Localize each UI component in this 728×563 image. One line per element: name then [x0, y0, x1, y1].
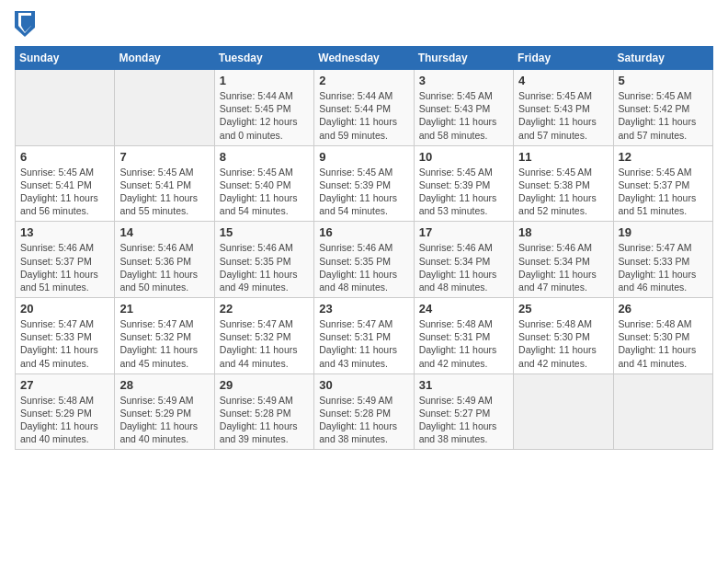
day-detail: Sunrise: 5:46 AMSunset: 5:37 PMDaylight:…: [20, 241, 109, 293]
day-detail: Sunrise: 5:47 AMSunset: 5:32 PMDaylight:…: [119, 317, 209, 370]
calendar-cell: 18Sunrise: 5:46 AMSunset: 5:34 PMDayligh…: [514, 222, 613, 298]
calendar-cell: 10Sunrise: 5:45 AMSunset: 5:39 PMDayligh…: [414, 145, 513, 222]
weekday-header-thursday: Thursday: [414, 47, 513, 70]
day-detail: Sunrise: 5:45 AMSunset: 5:37 PMDaylight:…: [619, 166, 708, 218]
day-detail: Sunrise: 5:48 AMSunset: 5:29 PMDaylight:…: [20, 394, 109, 446]
day-detail: Sunrise: 5:49 AMSunset: 5:27 PMDaylight:…: [419, 394, 508, 446]
calendar-week-1: 1Sunrise: 5:44 AMSunset: 5:45 PMDaylight…: [16, 70, 713, 146]
day-number: 21: [119, 302, 209, 316]
day-number: 9: [319, 150, 408, 164]
calendar-cell: 28Sunrise: 5:49 AMSunset: 5:29 PMDayligh…: [115, 373, 214, 450]
calendar-cell: 6Sunrise: 5:45 AMSunset: 5:41 PMDaylight…: [16, 145, 115, 222]
day-number: 6: [20, 150, 109, 164]
day-number: 11: [518, 150, 608, 164]
day-detail: Sunrise: 5:47 AMSunset: 5:31 PMDaylight:…: [319, 317, 408, 370]
day-number: 26: [619, 302, 708, 316]
calendar-cell: 23Sunrise: 5:47 AMSunset: 5:31 PMDayligh…: [314, 298, 414, 374]
day-detail: Sunrise: 5:47 AMSunset: 5:33 PMDaylight:…: [619, 241, 708, 293]
calendar-cell: 27Sunrise: 5:48 AMSunset: 5:29 PMDayligh…: [16, 373, 115, 450]
day-number: 25: [518, 302, 608, 316]
calendar-week-4: 20Sunrise: 5:47 AMSunset: 5:33 PMDayligh…: [16, 298, 713, 374]
calendar-cell: 21Sunrise: 5:47 AMSunset: 5:32 PMDayligh…: [115, 298, 214, 374]
day-detail: Sunrise: 5:46 AMSunset: 5:36 PMDaylight:…: [119, 241, 209, 293]
day-number: 3: [419, 74, 508, 87]
calendar-cell: 1Sunrise: 5:44 AMSunset: 5:45 PMDaylight…: [214, 70, 313, 146]
day-detail: Sunrise: 5:48 AMSunset: 5:30 PMDaylight:…: [518, 317, 608, 370]
day-detail: Sunrise: 5:45 AMSunset: 5:43 PMDaylight:…: [419, 89, 508, 142]
day-number: 29: [220, 378, 309, 392]
day-detail: Sunrise: 5:45 AMSunset: 5:39 PMDaylight:…: [419, 166, 508, 218]
day-number: 22: [220, 302, 309, 316]
weekday-header-wednesday: Wednesday: [314, 47, 414, 70]
day-detail: Sunrise: 5:45 AMSunset: 5:41 PMDaylight:…: [119, 166, 209, 218]
day-detail: Sunrise: 5:47 AMSunset: 5:33 PMDaylight:…: [20, 317, 109, 370]
day-number: 28: [119, 378, 209, 392]
day-number: 31: [419, 378, 508, 392]
calendar-cell: 13Sunrise: 5:46 AMSunset: 5:37 PMDayligh…: [16, 222, 115, 298]
day-detail: Sunrise: 5:45 AMSunset: 5:38 PMDaylight:…: [518, 166, 608, 218]
day-number: 24: [419, 302, 508, 316]
day-number: 13: [20, 225, 109, 239]
calendar-cell: 31Sunrise: 5:49 AMSunset: 5:27 PMDayligh…: [414, 373, 513, 450]
day-detail: Sunrise: 5:49 AMSunset: 5:28 PMDaylight:…: [319, 394, 408, 446]
logo: [15, 15, 37, 37]
calendar-cell: 4Sunrise: 5:45 AMSunset: 5:43 PMDaylight…: [514, 70, 613, 146]
day-detail: Sunrise: 5:46 AMSunset: 5:35 PMDaylight:…: [319, 241, 408, 293]
day-detail: Sunrise: 5:45 AMSunset: 5:40 PMDaylight:…: [220, 166, 309, 218]
logo-icon: [15, 11, 35, 37]
day-detail: Sunrise: 5:45 AMSunset: 5:43 PMDaylight:…: [518, 89, 608, 142]
weekday-header-monday: Monday: [115, 47, 214, 70]
calendar-cell: 15Sunrise: 5:46 AMSunset: 5:35 PMDayligh…: [214, 222, 313, 298]
calendar-cell: 20Sunrise: 5:47 AMSunset: 5:33 PMDayligh…: [16, 298, 115, 374]
calendar-week-2: 6Sunrise: 5:45 AMSunset: 5:41 PMDaylight…: [16, 145, 713, 222]
day-detail: Sunrise: 5:49 AMSunset: 5:29 PMDaylight:…: [119, 394, 209, 446]
day-detail: Sunrise: 5:46 AMSunset: 5:34 PMDaylight:…: [419, 241, 508, 293]
calendar-cell: [613, 373, 712, 450]
calendar-week-3: 13Sunrise: 5:46 AMSunset: 5:37 PMDayligh…: [16, 222, 713, 298]
weekday-header-row: SundayMondayTuesdayWednesdayThursdayFrid…: [16, 47, 713, 70]
day-number: 14: [119, 225, 209, 239]
page-container: SundayMondayTuesdayWednesdayThursdayFrid…: [0, 0, 728, 459]
day-number: 4: [518, 74, 608, 87]
calendar-cell: 2Sunrise: 5:44 AMSunset: 5:44 PMDaylight…: [314, 70, 414, 146]
day-detail: Sunrise: 5:44 AMSunset: 5:44 PMDaylight:…: [319, 89, 408, 142]
day-number: 5: [619, 74, 708, 87]
calendar-body: 1Sunrise: 5:44 AMSunset: 5:45 PMDaylight…: [16, 70, 713, 450]
day-number: 30: [319, 378, 408, 392]
day-detail: Sunrise: 5:45 AMSunset: 5:39 PMDaylight:…: [319, 166, 408, 218]
calendar-cell: 12Sunrise: 5:45 AMSunset: 5:37 PMDayligh…: [613, 145, 712, 222]
calendar-cell: 22Sunrise: 5:47 AMSunset: 5:32 PMDayligh…: [214, 298, 313, 374]
weekday-header-friday: Friday: [514, 47, 613, 70]
day-detail: Sunrise: 5:45 AMSunset: 5:42 PMDaylight:…: [619, 89, 708, 142]
calendar-cell: 26Sunrise: 5:48 AMSunset: 5:30 PMDayligh…: [613, 298, 712, 374]
weekday-header-tuesday: Tuesday: [214, 47, 313, 70]
day-detail: Sunrise: 5:45 AMSunset: 5:41 PMDaylight:…: [20, 166, 109, 218]
day-number: 23: [319, 302, 408, 316]
day-detail: Sunrise: 5:48 AMSunset: 5:31 PMDaylight:…: [419, 317, 508, 370]
weekday-header-saturday: Saturday: [613, 47, 712, 70]
day-number: 8: [220, 150, 309, 164]
day-detail: Sunrise: 5:46 AMSunset: 5:35 PMDaylight:…: [220, 241, 309, 293]
day-number: 10: [419, 150, 508, 164]
calendar-cell: 8Sunrise: 5:45 AMSunset: 5:40 PMDaylight…: [214, 145, 313, 222]
calendar-cell: 7Sunrise: 5:45 AMSunset: 5:41 PMDaylight…: [115, 145, 214, 222]
calendar-cell: 9Sunrise: 5:45 AMSunset: 5:39 PMDaylight…: [314, 145, 414, 222]
calendar-cell: [16, 70, 115, 146]
calendar-cell: 11Sunrise: 5:45 AMSunset: 5:38 PMDayligh…: [514, 145, 613, 222]
day-number: 1: [220, 74, 309, 87]
day-number: 19: [619, 225, 708, 239]
day-number: 16: [319, 225, 408, 239]
day-number: 12: [619, 150, 708, 164]
day-number: 17: [419, 225, 508, 239]
calendar-cell: 25Sunrise: 5:48 AMSunset: 5:30 PMDayligh…: [514, 298, 613, 374]
calendar-week-5: 27Sunrise: 5:48 AMSunset: 5:29 PMDayligh…: [16, 373, 713, 450]
calendar-cell: [115, 70, 214, 146]
day-detail: Sunrise: 5:47 AMSunset: 5:32 PMDaylight:…: [220, 317, 309, 370]
calendar-cell: 3Sunrise: 5:45 AMSunset: 5:43 PMDaylight…: [414, 70, 513, 146]
day-number: 18: [518, 225, 608, 239]
day-detail: Sunrise: 5:46 AMSunset: 5:34 PMDaylight:…: [518, 241, 608, 293]
calendar-cell: [514, 373, 613, 450]
calendar-cell: 5Sunrise: 5:45 AMSunset: 5:42 PMDaylight…: [613, 70, 712, 146]
day-detail: Sunrise: 5:44 AMSunset: 5:45 PMDaylight:…: [220, 89, 309, 142]
day-number: 15: [220, 225, 309, 239]
